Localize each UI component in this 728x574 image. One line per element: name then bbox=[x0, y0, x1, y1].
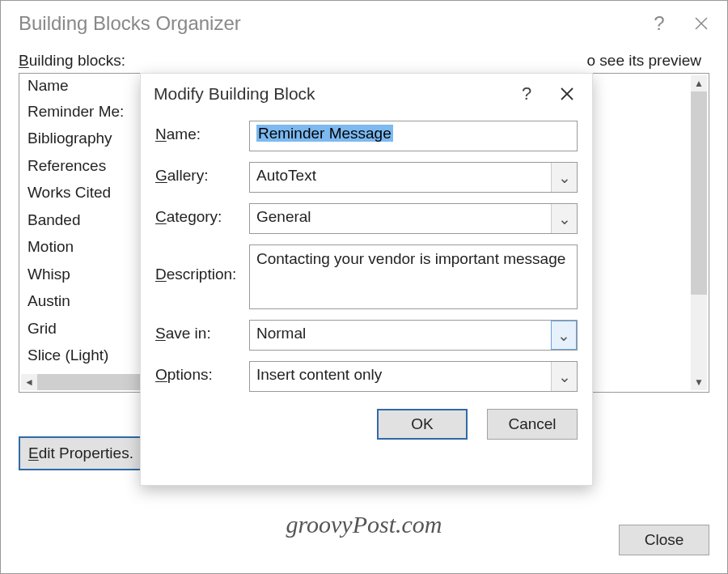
scroll-thumb[interactable] bbox=[691, 91, 707, 295]
options-combobox[interactable]: Insert content only ⌄ bbox=[249, 361, 578, 392]
close-icon[interactable] bbox=[547, 74, 587, 114]
watermark-text: groovyPost.com bbox=[1, 511, 727, 538]
category-label: Category: bbox=[155, 203, 249, 226]
category-value: General bbox=[250, 204, 551, 233]
cancel-button[interactable]: Cancel bbox=[487, 409, 578, 440]
vertical-scrollbar[interactable]: ▲ ▼ bbox=[691, 75, 707, 390]
inner-titlebar: Modify Building Block ? bbox=[141, 74, 592, 114]
options-value: Insert content only bbox=[250, 362, 551, 391]
chevron-down-icon[interactable]: ⌄ bbox=[551, 204, 577, 233]
titlebar: Building Blocks Organizer ? bbox=[1, 1, 727, 45]
category-combobox[interactable]: General ⌄ bbox=[249, 203, 578, 234]
gallery-label: Gallery: bbox=[155, 162, 249, 185]
scroll-left-icon[interactable]: ◄ bbox=[21, 374, 37, 390]
building-blocks-label: Building blocks: bbox=[19, 52, 586, 70]
dialog-title: Building Blocks Organizer bbox=[19, 12, 638, 35]
scroll-track[interactable] bbox=[691, 91, 707, 374]
chevron-down-icon[interactable]: ⌄ bbox=[551, 163, 577, 192]
save-in-label: Save in: bbox=[155, 320, 249, 342]
name-label: Name: bbox=[155, 121, 249, 143]
name-input[interactable]: Reminder Message bbox=[249, 121, 578, 151]
help-icon[interactable]: ? bbox=[638, 1, 680, 45]
gallery-value: AutoText bbox=[250, 163, 551, 192]
edit-properties-button[interactable]: Edit Properties. bbox=[19, 436, 143, 470]
chevron-down-icon[interactable]: ⌄ bbox=[551, 321, 577, 350]
scroll-up-icon[interactable]: ▲ bbox=[691, 75, 707, 91]
preview-heading-fragment: o see its preview bbox=[586, 52, 709, 70]
chevron-down-icon[interactable]: ⌄ bbox=[551, 362, 577, 391]
close-icon[interactable] bbox=[680, 1, 722, 45]
description-textarea[interactable]: Contacting your vendor is important mess… bbox=[249, 244, 578, 309]
scroll-down-icon[interactable]: ▼ bbox=[691, 374, 707, 390]
ok-button[interactable]: OK bbox=[377, 409, 468, 440]
gallery-combobox[interactable]: AutoText ⌄ bbox=[249, 162, 578, 193]
modify-building-block-dialog: Modify Building Block ? Name: Reminder M… bbox=[140, 73, 593, 486]
save-in-combobox[interactable]: Normal ⌄ bbox=[249, 320, 578, 351]
help-icon[interactable]: ? bbox=[506, 74, 547, 114]
heading-row: Building blocks: o see its preview bbox=[1, 45, 727, 73]
description-label: Description: bbox=[155, 244, 249, 283]
options-label: Options: bbox=[155, 361, 249, 384]
inner-dialog-title: Modify Building Block bbox=[154, 84, 506, 104]
save-in-value: Normal bbox=[250, 321, 551, 350]
